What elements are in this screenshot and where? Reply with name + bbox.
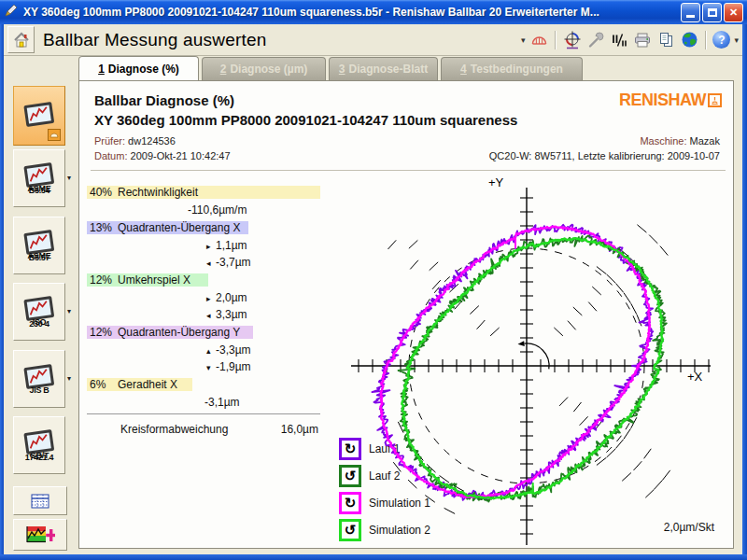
web-button[interactable] — [679, 30, 699, 50]
y-axis-label: +Y — [488, 175, 503, 189]
legend-item[interactable]: ↺ Simulation 2 — [339, 519, 430, 541]
print-button[interactable] — [632, 30, 653, 50]
home-button[interactable] — [7, 26, 35, 53]
diagnosis-row: 12% Umkehrspiel X — [87, 273, 208, 287]
globe-icon — [681, 31, 698, 49]
device-value: QC20-W: 8W5711, Letzte kalibrierung: 200… — [489, 150, 720, 161]
report-panel: Ballbar Diagnose (%) RENISHAW XY 360deg … — [78, 80, 734, 549]
tab-4[interactable]: 4Testbedingungen — [441, 57, 583, 80]
diagnosis-value: ▸1,1µm — [87, 240, 322, 251]
sidebar-button-diagnosis-view[interactable] — [13, 86, 65, 146]
diagnosis-value-text: 1,1µm — [216, 239, 247, 252]
units-button[interactable] — [609, 30, 629, 50]
diagnosis-label: Quadranten-Übergang Y — [118, 326, 240, 339]
copy-icon — [657, 32, 675, 49]
legend-item[interactable]: ↻ Simulation 1 — [339, 492, 430, 514]
tab-bar: 1Diagnose (%)2Diagnose (µm)3Diagnose-Bla… — [78, 57, 583, 80]
diagnosis-row: 13% Quadranten-Übergang X — [87, 221, 248, 234]
tab-number: 4 — [460, 63, 467, 76]
toolbar-overflow-caret-icon[interactable]: ▾ — [520, 35, 527, 45]
legend-swatch: ↻ — [339, 438, 361, 460]
diagnosis-value: ▾-1,9µm — [87, 361, 322, 372]
tab-label: Diagnose-Blatt — [349, 63, 429, 76]
plot-legend: ↻ Lauf 1 ↺ Lauf 2 ↻ Simulation 1 ↺ Simul… — [339, 438, 430, 546]
sidebar-button-add-chart[interactable] — [13, 519, 67, 551]
test-title: XY 360deg 100mm PP8000 20091021-104247 1… — [94, 112, 517, 128]
circularity-label: Kreisformabweichung — [87, 423, 228, 436]
date-field: Datum: 2009-Okt-21 10:42:47 — [94, 150, 231, 161]
renishaw-logo: RENISHAW — [619, 91, 722, 110]
tab-1[interactable]: 1Diagnose (%) — [78, 56, 199, 80]
rotation-ccw-icon: ↺ — [345, 468, 357, 484]
dropdown-caret-icon[interactable]: ▾ — [67, 307, 71, 315]
sidebar: ASMEB5.54▾ ASMEB5.57 ISO230-4▾ JIS B▾ GB… — [4, 56, 75, 554]
machine-field: Maschine: Mazak — [640, 135, 720, 147]
diagnosis-label: Quadranten-Übergang X — [118, 221, 240, 234]
units-icon — [610, 32, 628, 49]
legend-label: Simulation 2 — [369, 524, 430, 537]
sidebar-button-asme-b5-54[interactable]: ASMEB5.54 — [13, 149, 65, 207]
legend-item[interactable]: ↻ Lauf 1 — [339, 438, 430, 460]
target-icon — [563, 31, 582, 49]
dropdown-caret-icon[interactable]: ▾ — [67, 174, 71, 182]
add-chart-icon — [25, 524, 55, 546]
dropdown-caret-icon[interactable]: ▾ — [67, 374, 71, 383]
titlebar[interactable]: XY 360deg 100mm PP8000 20091021-104247 1… — [0, 0, 747, 24]
close-button[interactable]: ✕ — [724, 3, 743, 22]
tab-label: Diagnose (%) — [108, 63, 179, 76]
toolbar-separator — [555, 31, 557, 49]
tab-2[interactable]: 2Diagnose (µm) — [202, 57, 326, 80]
sidebar-button-data-table[interactable] — [13, 486, 67, 515]
diagnosis-value-text: -3,7µm — [216, 256, 251, 269]
tools-button[interactable] — [585, 30, 606, 50]
header-bar: Ballbar Messung auswerten ▾ — [0, 24, 747, 56]
tab-number: 2 — [220, 63, 227, 76]
wrench-icon — [587, 32, 604, 49]
diagnosis-value: -3,1µm — [87, 397, 322, 408]
minimize-button[interactable] — [681, 3, 700, 22]
ballbar-dome-button[interactable] — [529, 30, 549, 50]
diagnosis-value-text: -110,6µm/m — [188, 203, 247, 217]
diagnosis-value-text: -3,3µm — [216, 343, 251, 357]
legend-swatch: ↺ — [339, 465, 361, 487]
page-title: Ballbar Messung auswerten — [43, 30, 266, 50]
window-border-right — [742, 24, 747, 560]
standard-label: 230-4 — [29, 320, 49, 329]
diagnosis-value-text: -3,1µm — [204, 396, 240, 409]
legend-label: Lauf 2 — [369, 469, 400, 483]
diagnosis-percent: 12% — [87, 326, 118, 339]
legend-item[interactable]: ↺ Lauf 2 — [339, 465, 430, 487]
ballbar-dome-icon — [530, 33, 548, 48]
sidebar-button-gbt-17421-4[interactable]: GB/T17421.4 — [13, 416, 65, 474]
diagnosis-overlay-icon — [48, 129, 61, 141]
standard-label: JIS B — [29, 386, 49, 395]
sidebar-button-jis-b[interactable]: JIS B — [13, 350, 65, 408]
table-icon — [30, 493, 50, 510]
renishaw-probe-icon — [708, 93, 722, 107]
machine-setup-button[interactable] — [562, 30, 583, 50]
diagnosis-row: 6% Geradheit X — [87, 378, 192, 391]
diagnosis-percent: 12% — [87, 273, 118, 287]
diagnosis-label: Rechtwinkligkeit — [118, 186, 198, 199]
tab-number: 3 — [339, 63, 345, 76]
help-button[interactable]: ? — [712, 31, 730, 49]
help-caret-icon[interactable]: ▾ — [733, 35, 740, 45]
diagnosis-value: ◂3,3µm — [87, 309, 322, 320]
printer-icon — [633, 32, 652, 49]
toolbar-separator — [705, 31, 707, 49]
tab-3[interactable]: 3Diagnose-Blatt — [329, 57, 438, 80]
sidebar-button-asme-b5-57[interactable]: ASMEB5.57 — [13, 217, 65, 274]
maximize-button[interactable] — [702, 3, 722, 22]
direction-arrow-icon: ▾ — [206, 362, 216, 373]
diagnosis-row: 12% Quadranten-Übergang Y — [87, 326, 253, 339]
sidebar-button-iso-230-4[interactable]: ISO230-4 — [13, 283, 65, 341]
copy-button[interactable] — [655, 30, 676, 50]
device-field: QC20-W: 8W5711, Letzte kalibrierung: 200… — [489, 150, 720, 161]
standard-label: B5.57 — [29, 254, 50, 262]
circularity-value: 16,0µm — [281, 423, 320, 436]
home-icon — [13, 32, 30, 49]
diagnosis-separator — [87, 413, 320, 414]
legend-swatch: ↻ — [339, 492, 361, 514]
direction-arrow-icon: ▸ — [206, 293, 216, 304]
direction-arrow-icon: ▴ — [206, 345, 216, 357]
